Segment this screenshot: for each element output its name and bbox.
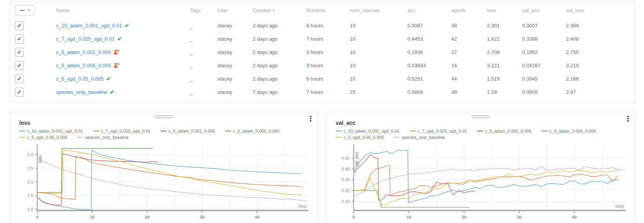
cell-runtime: 3 hours	[306, 49, 350, 55]
loss-chart-panel: loss c_10_adam_0.001_sgd_0.01c_7_sgd_0.0…	[9, 112, 318, 223]
table-row: ✓c_5_sgd_0.05_0.005✔_stacey2 days ago6 h…	[10, 72, 635, 85]
select-all-control[interactable]: ▾	[15, 5, 34, 16]
cell-loss: 1.519	[487, 76, 522, 82]
x-tick-label: 0	[353, 215, 355, 219]
cell-runtime: 7 hours	[306, 36, 350, 42]
series-line	[37, 150, 301, 210]
table-row: ✓c_7_sgd_0.025_sgd_0.01✔_stacey2 days ag…	[10, 32, 635, 45]
column-header-created-label: Created	[253, 7, 271, 13]
cell-loss: 2.301	[487, 23, 522, 29]
x-tick-label: 30	[200, 215, 204, 219]
row-checkbox[interactable]: ✓	[15, 88, 24, 97]
cell-tags: _	[190, 23, 217, 29]
run-link[interactable]: c_5_adam_0.001_0.005	[56, 49, 111, 55]
cell-loss: 2.708	[487, 49, 522, 55]
column-header-val-acc[interactable]: val_acc	[522, 7, 566, 13]
column-header-name[interactable]: Name	[56, 7, 190, 13]
series-line	[354, 150, 619, 203]
val-acc-chart-panel: val_acc c_10_adam_0.001_sgd_0.01c_7_sgd_…	[326, 112, 635, 223]
run-killed-icon	[114, 63, 119, 68]
loss-line-chart[interactable]: 1.01.52.02.53.0010203040lossStep	[10, 112, 318, 223]
row-checkbox[interactable]: ✓	[15, 48, 24, 57]
y-tick-label: 0.30	[342, 177, 350, 182]
cell-val-acc: 0.3007	[522, 23, 566, 29]
y-tick-label: 1.5	[27, 193, 33, 198]
x-tick-label: 10	[90, 215, 94, 219]
cell-num-classes: 10	[350, 63, 407, 68]
run-link[interactable]: c_5_adam_0.005_0.005	[56, 63, 111, 68]
column-header-epoch[interactable]: epoch	[451, 7, 487, 13]
cell-created: 2 days ago	[253, 76, 306, 82]
run-link[interactable]: c_5_sgd_0.05_0.005	[56, 76, 103, 82]
indeterminate-dash-icon	[20, 10, 25, 11]
cell-loss: 3.221	[487, 63, 522, 68]
cell-val-acc: 0.04267	[522, 63, 566, 68]
x-tick-label: 40	[572, 215, 577, 219]
run-link[interactable]: c_10_adam_0.001_sgd_0.01	[56, 23, 122, 29]
cell-created: 2 days ago	[253, 49, 306, 55]
cell-created: 2 days ago	[253, 63, 306, 68]
cell-created: 2 days ago	[253, 23, 306, 29]
y-tick-label: 3.0	[27, 152, 33, 157]
column-header-acc[interactable]: acc	[407, 7, 451, 13]
x-tick-label: 30	[517, 215, 521, 219]
select-all-cell: ▾	[15, 5, 56, 16]
cell-tags: _	[190, 63, 217, 68]
cell-created: 2 days ago	[253, 36, 306, 42]
cell-user: stacey	[217, 89, 253, 95]
series-line	[354, 170, 619, 204]
cell-loss: 1.29	[487, 89, 522, 95]
sort-caret-icon: ▾	[273, 9, 275, 13]
run-finished-icon: ✔	[125, 23, 129, 29]
table-row: ✓c_10_adam_0.001_sgd_0.01✔_stacey2 days …	[10, 19, 635, 32]
column-header-loss[interactable]: loss	[487, 7, 522, 13]
series-line	[37, 156, 301, 200]
runs-table-panel: ▾ Name Tags User Created▾ Runtime num_cl…	[9, 1, 635, 103]
runs-table-header: ▾ Name Tags User Created▾ Runtime num_cl…	[10, 2, 635, 19]
cell-epoch: 16	[451, 63, 487, 68]
cell-num-classes: 10	[350, 49, 407, 55]
cell-tags: _	[190, 49, 217, 55]
column-header-num-classes[interactable]: num_classes	[350, 7, 407, 13]
y-axis-label: val_acc	[354, 152, 359, 167]
column-header-tags[interactable]: Tags	[190, 7, 217, 13]
chevron-down-icon: ▾	[28, 8, 30, 12]
cell-tags: _	[190, 76, 217, 82]
cell-acc: 0.5889	[407, 89, 451, 95]
row-checkbox[interactable]: ✓	[15, 74, 24, 83]
cell-num-classes: 25	[350, 89, 407, 95]
y-tick-label: 0.40	[342, 167, 350, 171]
column-header-val-loss[interactable]: val_loss	[566, 7, 635, 13]
column-header-created[interactable]: Created▾	[253, 7, 306, 13]
cell-runtime: 3 hours	[306, 63, 350, 68]
cell-val-acc: 0.3905	[522, 89, 566, 95]
run-finished-icon: ✔	[110, 89, 114, 95]
series-line	[37, 158, 307, 201]
y-tick-label: 1.0	[27, 207, 33, 212]
run-link[interactable]: c_7_sgd_0.025_sgd_0.01	[56, 36, 115, 42]
cell-tags: _	[190, 36, 217, 42]
cell-runtime: 7 hours	[306, 89, 350, 95]
cell-user: stacey	[217, 23, 253, 29]
val-acc-line-chart[interactable]: 0.100.200.300.400.50010203040val_accStep	[326, 112, 636, 223]
cell-acc: 0.1936	[407, 49, 451, 55]
cell-num-classes: 10	[350, 76, 407, 82]
runs-table-rows: ✓c_10_adam_0.001_sgd_0.01✔_stacey2 days …	[10, 19, 635, 99]
column-header-user[interactable]: User	[217, 7, 253, 13]
cell-epoch: 44	[451, 76, 487, 82]
cell-user: stacey	[217, 63, 253, 68]
row-checkbox[interactable]: ✓	[15, 34, 24, 43]
y-tick-label: 0.50	[342, 156, 350, 160]
row-checkbox[interactable]: ✓	[15, 21, 24, 30]
table-row: ✓species_only_baseline✔_stacey7 days ago…	[10, 85, 635, 99]
row-checkbox[interactable]: ✓	[15, 61, 24, 70]
column-header-runtime[interactable]: Runtime	[306, 7, 350, 13]
cell-runtime: 6 hours	[306, 76, 350, 82]
x-tick-label: 10	[407, 215, 411, 219]
cell-tags: _	[190, 89, 217, 95]
run-link[interactable]: species_only_baseline	[56, 89, 107, 95]
y-tick-label: 2.0	[27, 180, 33, 184]
x-tick-label: 40	[255, 215, 259, 219]
cell-acc: 0.03843	[407, 63, 451, 68]
cell-val-loss: 2.755	[566, 49, 635, 55]
